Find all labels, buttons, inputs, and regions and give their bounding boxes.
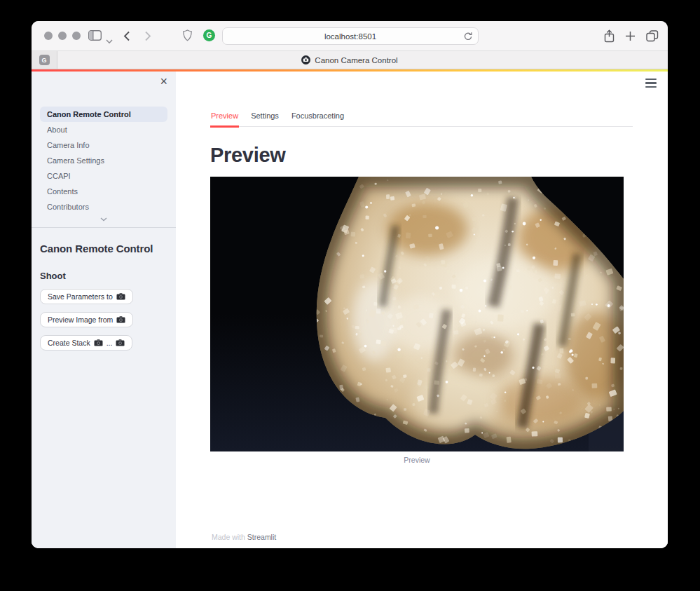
preview-figure: Preview xyxy=(210,177,624,464)
active-tab-title: Canon Camera Control xyxy=(315,56,397,64)
app-menu-hamburger-icon[interactable] xyxy=(645,79,657,88)
tab-settings[interactable]: Settings xyxy=(250,111,280,126)
address-bar[interactable]: localhost:8501 xyxy=(222,27,479,45)
privacy-shield-icon[interactable] xyxy=(183,29,192,44)
pinned-tab[interactable]: G xyxy=(32,51,57,69)
app-sidebar: × Canon Remote Control About Camera Info… xyxy=(32,69,176,548)
streamlit-decoration-bar xyxy=(32,69,668,72)
share-icon[interactable] xyxy=(603,29,615,46)
nav-item-ccapi[interactable]: CCAPI xyxy=(40,168,167,184)
nav-item-contents[interactable]: Contents xyxy=(40,184,167,199)
nav-item-canon-remote-control[interactable]: Canon Remote Control xyxy=(40,107,167,122)
nav-item-about[interactable]: About xyxy=(40,122,167,137)
forward-button-icon[interactable] xyxy=(144,31,151,44)
browser-window: G localhost:8501 xyxy=(32,21,668,548)
refresh-icon[interactable] xyxy=(463,32,472,43)
camera-icon xyxy=(116,316,125,323)
browser-toolbar: G localhost:8501 xyxy=(32,21,668,50)
save-parameters-button[interactable]: Save Parameters to xyxy=(40,289,133,304)
sidebar-close-icon[interactable]: × xyxy=(160,75,167,88)
nav-item-contributors[interactable]: Contributors xyxy=(40,199,167,215)
back-button-icon[interactable] xyxy=(123,31,130,44)
image-caption: Preview xyxy=(210,456,624,464)
sidebar-toggle-icon[interactable] xyxy=(88,30,102,43)
camera-icon xyxy=(94,339,103,346)
pinned-tab-favicon: G xyxy=(39,55,50,65)
chevron-down-icon[interactable] xyxy=(106,34,113,47)
create-stack-button[interactable]: Create Stack ... xyxy=(40,335,132,351)
content-tabs: Preview Settings Focusbraceting xyxy=(210,111,633,127)
camera-icon xyxy=(116,339,125,346)
nav-item-camera-settings[interactable]: Camera Settings xyxy=(40,153,167,168)
traffic-light-minimize-button[interactable] xyxy=(58,32,67,40)
sidebar-section-heading: Shoot xyxy=(40,271,176,281)
traffic-light-zoom-button[interactable] xyxy=(72,32,81,40)
grammarly-extension-icon[interactable]: G xyxy=(203,29,215,41)
streamlit-brand-link[interactable]: Streamlit xyxy=(247,533,276,541)
tab-focusbraceting[interactable]: Focusbraceting xyxy=(291,111,345,126)
nav-item-camera-info[interactable]: Camera Info xyxy=(40,137,167,153)
tab-overview-icon[interactable] xyxy=(646,30,659,45)
preview-photo-crystal xyxy=(210,177,624,451)
address-bar-url: localhost:8501 xyxy=(324,32,376,41)
new-tab-plus-icon[interactable] xyxy=(625,31,636,44)
nav-expand-chevron-down-icon[interactable] xyxy=(32,217,176,222)
active-tab[interactable]: Canon Camera Control xyxy=(301,55,397,64)
site-favicon-camera-icon xyxy=(301,55,310,64)
app-viewport: × Canon Remote Control About Camera Info… xyxy=(32,69,668,548)
preview-image-button[interactable]: Preview Image from xyxy=(40,312,133,327)
browser-tab-bar: G Canon Camera Control xyxy=(32,50,668,69)
app-main: Preview Settings Focusbraceting Preview xyxy=(176,69,668,548)
page-title: Preview xyxy=(210,144,633,167)
sidebar-nav: Canon Remote Control About Camera Info C… xyxy=(32,107,176,215)
sidebar-app-title: Canon Remote Control xyxy=(40,243,176,254)
tab-preview[interactable]: Preview xyxy=(210,111,239,128)
sidebar-divider xyxy=(32,227,176,228)
traffic-light-close-button[interactable] xyxy=(44,32,53,40)
made-with-streamlit: Made with Streamlit xyxy=(212,533,276,541)
camera-icon xyxy=(116,293,125,300)
